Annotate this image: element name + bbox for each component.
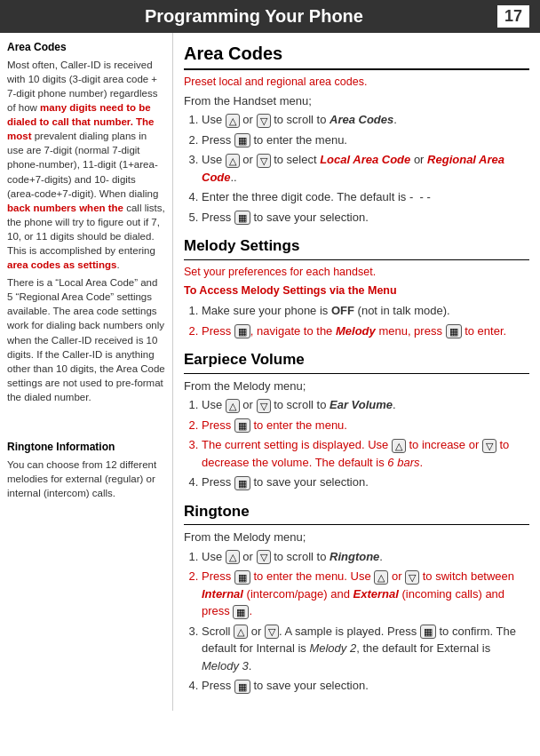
step-item: Press ▦ to save your selection. <box>202 209 529 227</box>
step-item: Press ▦ to enter the menu. <box>202 131 529 149</box>
section-ringtone: Ringtone From the Melody menu; Use △ or … <box>184 500 529 695</box>
sidebar-section-area-codes: Area Codes Most often, Caller-ID is rece… <box>7 40 165 404</box>
area-codes-subtitle: Preset local and regional area codes. <box>184 74 529 91</box>
section-area-codes: Area Codes Preset local and regional are… <box>184 40 529 226</box>
sidebar: Area Codes Most often, Caller-ID is rece… <box>0 33 173 711</box>
melody-settings-heading: Melody Settings <box>184 235 529 260</box>
area-codes-intro: From the Handset menu; <box>184 92 529 110</box>
earpiece-steps: Use △ or ▽ to scroll to Ear Volume. Pres… <box>184 396 529 491</box>
earpiece-heading: Earpiece Volume <box>184 348 529 374</box>
melody-subtitle: Set your preferences for each handset. <box>184 264 529 281</box>
step-item: Use △ or ▽ to select Local Area Code or … <box>202 151 529 186</box>
section-earpiece-volume: Earpiece Volume From the Melody menu; Us… <box>184 348 529 491</box>
step-item: The current setting is displayed. Use △ … <box>202 436 529 471</box>
step-item: Use △ or ▽ to scroll to Area Codes. <box>202 111 529 129</box>
step-item: Press ▦ to save your selection. <box>202 677 529 695</box>
step-item: Scroll △ or ▽. A sample is played. Press… <box>202 623 529 675</box>
ringtone-intro: From the Melody menu; <box>184 529 529 546</box>
step-item: Press ▦ to save your selection. <box>202 473 529 491</box>
page-number: 17 <box>497 5 529 28</box>
sidebar-section-ringtone: Ringtone Information You can choose from… <box>7 440 165 500</box>
page-title: Programming Your Phone <box>11 6 497 27</box>
section-melody-settings: Melody Settings Set your preferences for… <box>184 235 529 339</box>
press-label: Press <box>202 133 231 147</box>
main-content: Area Codes Preset local and regional are… <box>173 33 540 711</box>
step-item: Make sure your phone is OFF (not in talk… <box>202 302 529 320</box>
step-item: Use △ or ▽ to scroll to Ear Volume. <box>202 396 529 414</box>
sidebar-body-area-codes: Most often, Caller-ID is received with 1… <box>7 58 165 404</box>
ringtone-heading: Ringtone <box>184 500 529 526</box>
melody-steps: Make sure your phone is OFF (not in talk… <box>184 302 529 339</box>
earpiece-intro: From the Melody menu; <box>184 378 529 395</box>
step-item: Press ▦ to enter the menu. <box>202 417 529 434</box>
step-item: Use △ or ▽ to scroll to Ringtone. <box>202 548 529 566</box>
bold-area-codes: Area Codes <box>330 113 393 126</box>
step-item: Press ▦, navigate to the Melody menu, pr… <box>202 322 529 340</box>
ringtone-steps: Use △ or ▽ to scroll to Ringtone. Press … <box>184 548 529 695</box>
sidebar-title-area-codes: Area Codes <box>7 40 165 55</box>
area-codes-heading: Area Codes <box>184 40 529 70</box>
step-item: Enter the three digit code. The default … <box>202 188 529 206</box>
sidebar-title-ringtone: Ringtone Information <box>7 440 165 455</box>
step-item: Press ▦ to enter the menu. Use △ or ▽ to… <box>202 568 529 620</box>
page-header: Programming Your Phone 17 <box>0 0 540 33</box>
melody-subtitle-bold: To Access Melody Settings via the Menu <box>184 283 529 299</box>
area-codes-steps: Use △ or ▽ to scroll to Area Codes. Pres… <box>184 111 529 226</box>
sidebar-body-ringtone: You can choose from 12 different melodie… <box>7 458 165 500</box>
